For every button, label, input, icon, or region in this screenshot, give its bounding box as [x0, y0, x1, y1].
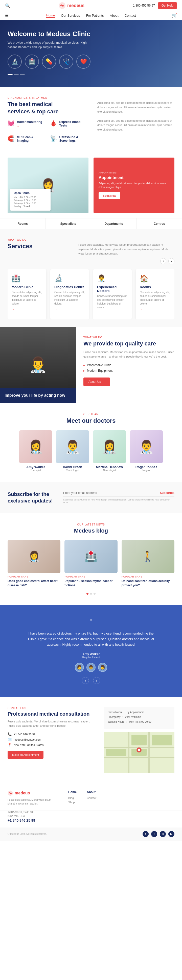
team-grid: 👩‍⚕️ Amy Walker Therapist 👨‍⚕️ David Gre… — [8, 430, 174, 472]
blood-arrow[interactable]: → — [59, 128, 85, 131]
services-tag: WHAT WE DO — [8, 239, 174, 241]
svg-point-12 — [138, 749, 140, 751]
subscribe-section: Subscribe for the exclusive updates! Sub… — [0, 482, 182, 513]
diagnostics-icon: 🔬 — [54, 274, 85, 283]
services-section: WHAT WE DO Services Fusce quis sapiente.… — [0, 229, 182, 327]
footer: medeus Fusce quis sapiente. Morbi vitae … — [0, 783, 182, 841]
detail-value-2: 24/7 Available — [125, 716, 141, 718]
testimonial-next-button[interactable]: › — [93, 677, 100, 684]
rooms-icon: 🏠 — [140, 274, 170, 283]
contact-address: New York, United States — [14, 743, 44, 746]
nav-about[interactable]: About — [110, 14, 118, 18]
diag-item-mri: 🧲 MRI Scan & Imaging → — [8, 135, 43, 146]
twitter-icon[interactable]: t — [151, 831, 157, 837]
footer-link-shop[interactable]: Shop — [68, 801, 77, 804]
footer-link-blog[interactable]: Blog — [68, 796, 77, 799]
services-grid: 🏥 Modern Clinic Consectetur adipiscing e… — [8, 269, 174, 320]
blog-dot-1[interactable] — [86, 593, 88, 595]
whatwedo-features: Progressive Clinic Modern Equipment — [83, 363, 174, 372]
blog-post-title-2[interactable]: Popular flu season myths: fact or fictio… — [64, 579, 117, 588]
get-help-button[interactable]: Get Help — [158, 2, 177, 9]
diagnostics-right: Adipiscing elit, sed do eiusmod tempor i… — [92, 101, 174, 146]
nav-our-services[interactable]: Our Services — [61, 14, 80, 18]
testimonial-avatar-1[interactable]: 👩 — [75, 663, 84, 672]
services-next-button[interactable]: › — [168, 258, 174, 264]
testimonial-avatar-2[interactable]: 👨 — [86, 663, 96, 672]
doctors-title: Experienced Doctors — [97, 285, 128, 293]
linkedin-icon[interactable]: in — [160, 831, 166, 837]
rooms-title: Rooms — [140, 285, 170, 289]
hero-dot-2[interactable] — [14, 74, 19, 75]
footer-link-contact[interactable]: Contact — [87, 796, 96, 799]
footer-links-home: Home Blog Shop — [68, 791, 77, 805]
testimonial-author: Amy Walker — [10, 652, 172, 656]
testimonial-prev-button[interactable]: ‹ — [82, 677, 89, 684]
mri-arrow[interactable]: → — [17, 143, 43, 146]
contact-details-box: Consultation: By Appointment Emergency: … — [104, 707, 174, 729]
blog-dot-2[interactable] — [90, 593, 92, 595]
ultrasound-arrow[interactable]: → — [59, 143, 85, 146]
hamburger-icon[interactable]: ☰ — [5, 13, 9, 18]
amy-avatar: 👩‍⚕️ — [19, 430, 52, 463]
open-hours-row-1: Mon - Fri: 8:00 - 20:00 — [14, 196, 47, 199]
open-hours-box: Open Hours Mon - Fri: 8:00 - 20:00 Satur… — [10, 189, 51, 211]
blog-post-title-1[interactable]: Does good cholesterol affect heart disea… — [8, 579, 61, 588]
mri-icon: 🧲 — [8, 135, 14, 142]
contact-phone: +1 840 846 25 99 — [14, 733, 35, 736]
cart-icon[interactable]: 🛒 — [172, 13, 177, 18]
ultrasound-info: Ultrasound & Screenings → — [59, 135, 85, 146]
roger-avatar: 👨‍⚕️ — [130, 430, 163, 463]
testimonial-avatar-3[interactable]: 👩 — [98, 663, 107, 672]
contact-detail-1: Consultation: By Appointment — [108, 711, 170, 714]
quick-link-specialists[interactable]: Specialists — [46, 218, 91, 229]
detail-value-1: By Appointment — [126, 711, 144, 714]
make-appointment-button[interactable]: Make an Appointment — [8, 751, 43, 759]
services-prev-button[interactable]: ‹ — [160, 258, 166, 264]
blog-post-title-3[interactable]: Do hand sanitizer lotions actually prote… — [121, 579, 174, 588]
team-member-martina: 👩‍⚕️ Martina Henshaw Neurologist — [93, 430, 126, 472]
nav-home[interactable]: Home — [46, 13, 55, 18]
blog-dot-3[interactable] — [94, 593, 96, 595]
book-now-button[interactable]: Book Now — [99, 192, 120, 199]
whatwedo-overlay-title: Improve your life by acting now — [5, 393, 71, 398]
blog-post-2: 🏥 POPULAR CARE Popular flu season myths:… — [64, 540, 117, 588]
open-hours-title: Open Hours — [14, 191, 47, 194]
hero-icons: 🔬 🏥 💊 🩺 ❤️ — [8, 54, 174, 69]
facebook-icon[interactable]: f — [142, 831, 148, 837]
subscribe-button[interactable]: Subscribe — [160, 491, 174, 495]
email-input[interactable] — [63, 491, 160, 495]
map-svg — [104, 732, 174, 773]
location-icon: 📍 — [8, 743, 12, 747]
hero-icon-1: 🔬 — [8, 54, 22, 69]
roger-name: Roger Johnes — [130, 465, 163, 469]
martina-role: Neurologist — [93, 469, 126, 472]
diagnostics-arrow[interactable]: → — [54, 307, 85, 310]
about-us-button[interactable]: About Us → — [83, 377, 110, 386]
open-hours-row-2: Saturday: 9:00 - 18:00 — [14, 199, 47, 202]
hero-dot-1[interactable] — [8, 74, 13, 75]
hero-dot-3[interactable] — [20, 74, 25, 75]
team-member-david: 👨‍⚕️ David Green Cardiologist — [56, 430, 89, 472]
hero-section: Welcome to Medeus Clinic We provide a wi… — [0, 20, 182, 88]
quick-links: Rooms Specialists Departments Centres — [0, 218, 182, 229]
quick-link-departments[interactable]: Departments — [91, 218, 137, 229]
holter-arrow[interactable]: → — [17, 125, 42, 128]
detail-label-2: Emergency — [108, 716, 121, 718]
whatwedo-overlay: Improve your life by acting now — [0, 388, 76, 403]
header: 🔍 medeus 1 800 456 56 97 Get Help ☰ Home… — [0, 0, 182, 20]
nav-contact[interactable]: Contact — [125, 14, 136, 18]
doctors-arrow[interactable]: → — [97, 311, 128, 314]
blog-img-2: 🏥 — [64, 540, 117, 573]
search-icon[interactable]: 🔍 — [5, 3, 10, 8]
phone-number: 1 800 456 56 97 — [133, 4, 155, 7]
service-card-diagnostics: 🔬 Diagnostics Centre Consectetur adipisc… — [50, 269, 89, 320]
contact-email-row: ✉️ medeus@contact.com — [8, 738, 96, 741]
david-avatar: 👨‍⚕️ — [56, 430, 89, 463]
youtube-icon[interactable]: ▶ — [168, 831, 174, 837]
open-hours-row-4: Sunday: Closed — [14, 205, 47, 208]
nav-for-patients[interactable]: For Patients — [86, 14, 104, 18]
modern-clinic-arrow[interactable]: → — [12, 307, 42, 310]
rooms-arrow[interactable]: → — [140, 307, 170, 310]
quick-link-rooms[interactable]: Rooms — [0, 218, 46, 229]
quick-link-centres[interactable]: Centres — [137, 218, 182, 229]
